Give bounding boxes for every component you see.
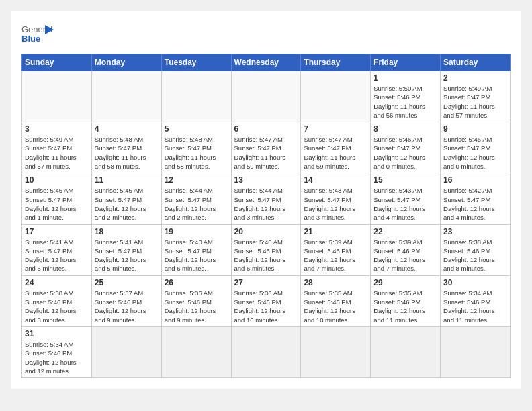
calendar-cell: 23Sunrise: 5:38 AMSunset: 5:46 PMDayligh… bbox=[441, 224, 511, 275]
day-number: 8 bbox=[373, 124, 437, 134]
day-info: Sunrise: 5:47 AMSunset: 5:47 PMDaylight:… bbox=[304, 135, 367, 171]
calendar-cell: 10Sunrise: 5:45 AMSunset: 5:47 PMDayligh… bbox=[22, 173, 92, 224]
day-number: 10 bbox=[25, 175, 89, 185]
day-number: 19 bbox=[165, 227, 228, 236]
day-info: Sunrise: 5:39 AMSunset: 5:46 PMDaylight:… bbox=[304, 238, 367, 273]
day-info: Sunrise: 5:39 AMSunset: 5:46 PMDaylight:… bbox=[373, 238, 437, 273]
calendar-cell: 4Sunrise: 5:48 AMSunset: 5:47 PMDaylight… bbox=[91, 122, 161, 173]
day-number: 29 bbox=[373, 278, 437, 287]
calendar-cell bbox=[371, 326, 441, 377]
calendar-header-thursday: Thursday bbox=[301, 54, 371, 71]
day-info: Sunrise: 5:36 AMSunset: 5:46 PMDaylight:… bbox=[165, 289, 228, 324]
day-number: 15 bbox=[373, 175, 437, 185]
day-number: 26 bbox=[165, 278, 228, 287]
day-number: 6 bbox=[234, 124, 298, 134]
day-info: Sunrise: 5:47 AMSunset: 5:47 PMDaylight:… bbox=[234, 135, 298, 171]
day-info: Sunrise: 5:36 AMSunset: 5:46 PMDaylight:… bbox=[234, 289, 298, 324]
calendar-cell bbox=[301, 326, 371, 377]
calendar-cell bbox=[301, 71, 371, 122]
calendar-cell bbox=[231, 71, 301, 122]
calendar-table: SundayMondayTuesdayWednesdayThursdayFrid… bbox=[21, 54, 511, 378]
day-info: Sunrise: 5:35 AMSunset: 5:46 PMDaylight:… bbox=[373, 289, 437, 324]
day-number: 25 bbox=[95, 278, 159, 287]
logo: GeneralBlue bbox=[21, 21, 55, 48]
calendar-header-sunday: Sunday bbox=[22, 54, 92, 71]
calendar-cell: 18Sunrise: 5:41 AMSunset: 5:47 PMDayligh… bbox=[91, 224, 161, 275]
day-number: 14 bbox=[304, 175, 367, 185]
day-number: 16 bbox=[443, 175, 507, 185]
calendar-week-5: 24Sunrise: 5:38 AMSunset: 5:46 PMDayligh… bbox=[22, 275, 511, 326]
calendar-cell: 24Sunrise: 5:38 AMSunset: 5:46 PMDayligh… bbox=[22, 275, 92, 326]
day-number: 30 bbox=[443, 278, 507, 287]
calendar-cell: 28Sunrise: 5:35 AMSunset: 5:46 PMDayligh… bbox=[301, 275, 371, 326]
day-info: Sunrise: 5:48 AMSunset: 5:47 PMDaylight:… bbox=[165, 135, 228, 171]
day-number: 24 bbox=[25, 278, 89, 287]
day-number: 20 bbox=[234, 227, 298, 236]
day-number: 2 bbox=[443, 73, 507, 83]
day-number: 12 bbox=[165, 175, 228, 185]
day-number: 21 bbox=[304, 227, 367, 236]
calendar-cell: 20Sunrise: 5:40 AMSunset: 5:46 PMDayligh… bbox=[231, 224, 301, 275]
calendar-cell: 25Sunrise: 5:37 AMSunset: 5:46 PMDayligh… bbox=[91, 275, 161, 326]
calendar-cell: 9Sunrise: 5:46 AMSunset: 5:47 PMDaylight… bbox=[441, 122, 511, 173]
calendar-cell: 30Sunrise: 5:34 AMSunset: 5:46 PMDayligh… bbox=[441, 275, 511, 326]
day-info: Sunrise: 5:43 AMSunset: 5:47 PMDaylight:… bbox=[304, 186, 367, 222]
calendar-cell: 5Sunrise: 5:48 AMSunset: 5:47 PMDaylight… bbox=[161, 122, 231, 173]
page-container: GeneralBlue SundayMondayTuesdayWednesday… bbox=[11, 11, 521, 389]
logo-svg: GeneralBlue bbox=[21, 21, 55, 48]
calendar-week-4: 17Sunrise: 5:41 AMSunset: 5:47 PMDayligh… bbox=[22, 224, 511, 275]
day-number: 18 bbox=[95, 227, 159, 236]
day-number: 22 bbox=[373, 227, 437, 236]
day-info: Sunrise: 5:41 AMSunset: 5:47 PMDaylight:… bbox=[25, 238, 89, 273]
calendar-cell bbox=[441, 326, 511, 377]
day-info: Sunrise: 5:46 AMSunset: 5:47 PMDaylight:… bbox=[443, 135, 507, 171]
calendar-cell bbox=[231, 326, 301, 377]
day-info: Sunrise: 5:38 AMSunset: 5:46 PMDaylight:… bbox=[443, 238, 507, 273]
calendar-cell: 21Sunrise: 5:39 AMSunset: 5:46 PMDayligh… bbox=[301, 224, 371, 275]
day-number: 27 bbox=[234, 278, 298, 287]
calendar-cell bbox=[91, 71, 161, 122]
calendar-header-wednesday: Wednesday bbox=[231, 54, 301, 71]
calendar-header-friday: Friday bbox=[371, 54, 441, 71]
day-info: Sunrise: 5:42 AMSunset: 5:47 PMDaylight:… bbox=[443, 186, 507, 222]
calendar-cell: 31Sunrise: 5:34 AMSunset: 5:46 PMDayligh… bbox=[22, 326, 92, 377]
calendar-header-monday: Monday bbox=[91, 54, 161, 71]
day-number: 9 bbox=[443, 124, 507, 134]
day-number: 17 bbox=[25, 227, 89, 236]
day-info: Sunrise: 5:44 AMSunset: 5:47 PMDaylight:… bbox=[234, 186, 298, 222]
calendar-cell: 8Sunrise: 5:46 AMSunset: 5:47 PMDaylight… bbox=[371, 122, 441, 173]
calendar-cell: 11Sunrise: 5:45 AMSunset: 5:47 PMDayligh… bbox=[91, 173, 161, 224]
calendar-cell: 7Sunrise: 5:47 AMSunset: 5:47 PMDaylight… bbox=[301, 122, 371, 173]
day-number: 3 bbox=[25, 124, 89, 134]
calendar-cell: 13Sunrise: 5:44 AMSunset: 5:47 PMDayligh… bbox=[231, 173, 301, 224]
day-number: 23 bbox=[443, 227, 507, 236]
calendar-cell: 16Sunrise: 5:42 AMSunset: 5:47 PMDayligh… bbox=[441, 173, 511, 224]
calendar-cell: 3Sunrise: 5:49 AMSunset: 5:47 PMDaylight… bbox=[22, 122, 92, 173]
calendar-cell: 19Sunrise: 5:40 AMSunset: 5:47 PMDayligh… bbox=[161, 224, 231, 275]
day-info: Sunrise: 5:38 AMSunset: 5:46 PMDaylight:… bbox=[25, 289, 89, 324]
day-number: 1 bbox=[373, 73, 437, 83]
day-info: Sunrise: 5:40 AMSunset: 5:47 PMDaylight:… bbox=[165, 238, 228, 273]
calendar-week-1: 1Sunrise: 5:50 AMSunset: 5:46 PMDaylight… bbox=[22, 71, 511, 122]
calendar-cell: 1Sunrise: 5:50 AMSunset: 5:46 PMDaylight… bbox=[371, 71, 441, 122]
day-info: Sunrise: 5:46 AMSunset: 5:47 PMDaylight:… bbox=[373, 135, 437, 171]
day-info: Sunrise: 5:48 AMSunset: 5:47 PMDaylight:… bbox=[95, 135, 159, 171]
calendar-week-3: 10Sunrise: 5:45 AMSunset: 5:47 PMDayligh… bbox=[22, 173, 511, 224]
day-info: Sunrise: 5:37 AMSunset: 5:46 PMDaylight:… bbox=[95, 289, 159, 324]
calendar-cell: 27Sunrise: 5:36 AMSunset: 5:46 PMDayligh… bbox=[231, 275, 301, 326]
day-info: Sunrise: 5:35 AMSunset: 5:46 PMDaylight:… bbox=[304, 289, 367, 324]
day-info: Sunrise: 5:49 AMSunset: 5:47 PMDaylight:… bbox=[443, 84, 507, 120]
day-info: Sunrise: 5:45 AMSunset: 5:47 PMDaylight:… bbox=[25, 186, 89, 222]
calendar-cell bbox=[22, 71, 92, 122]
calendar-cell bbox=[161, 71, 231, 122]
day-info: Sunrise: 5:34 AMSunset: 5:46 PMDaylight:… bbox=[443, 289, 507, 324]
day-number: 5 bbox=[165, 124, 228, 134]
calendar-header-row: SundayMondayTuesdayWednesdayThursdayFrid… bbox=[22, 54, 511, 71]
calendar-cell: 2Sunrise: 5:49 AMSunset: 5:47 PMDaylight… bbox=[441, 71, 511, 122]
calendar-header-tuesday: Tuesday bbox=[161, 54, 231, 71]
calendar-cell: 14Sunrise: 5:43 AMSunset: 5:47 PMDayligh… bbox=[301, 173, 371, 224]
day-number: 7 bbox=[304, 124, 367, 134]
day-info: Sunrise: 5:43 AMSunset: 5:47 PMDaylight:… bbox=[373, 186, 437, 222]
calendar-cell: 26Sunrise: 5:36 AMSunset: 5:46 PMDayligh… bbox=[161, 275, 231, 326]
calendar-cell bbox=[161, 326, 231, 377]
